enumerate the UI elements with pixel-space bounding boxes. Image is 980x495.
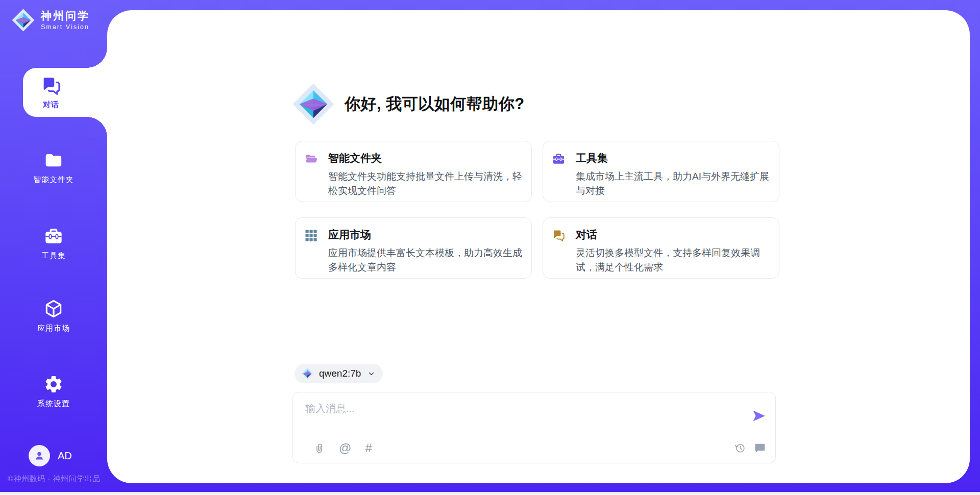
topic-button[interactable]: # [365, 442, 372, 454]
message-input[interactable] [304, 401, 740, 431]
model-selector[interactable]: qwen2:7b [295, 364, 383, 383]
card-title: 工具集 [576, 151, 772, 165]
message-composer: @ # [292, 392, 776, 463]
sidebar-item-chat[interactable]: 对话 [23, 68, 107, 117]
copyright-footer: ©神州数码 · 神州问学出品 [8, 474, 100, 484]
sidebar-item-smart-folder[interactable]: 智能文件夹 [0, 150, 107, 185]
sidebar-item-label: 工具集 [41, 251, 66, 261]
card-description: 灵活切换多模型文件，支持多样回复效果调试，满足个性化需求 [576, 246, 772, 275]
composer-divider [298, 433, 770, 433]
sidebar-item-app-market[interactable]: 应用市场 [0, 299, 107, 333]
history-icon [734, 442, 746, 454]
avatar [29, 445, 50, 466]
gear-icon [43, 374, 64, 394]
send-icon [751, 408, 767, 424]
composer-tools: @ # [313, 440, 372, 456]
model-name: qwen2:7b [319, 368, 361, 379]
folder-open-icon [304, 152, 318, 166]
composer-actions [734, 440, 766, 456]
app-grid-icon [304, 229, 318, 242]
card-toolset[interactable]: 工具集 集成市场上主流工具，助力AI与外界无缝扩展与对接 [543, 141, 779, 202]
greeting-title: 你好, 我可以如何帮助你? [345, 93, 525, 115]
card-description: 集成市场上主流工具，助力AI与外界无缝扩展与对接 [576, 169, 772, 198]
card-app-market[interactable]: 应用市场 应用市场提供丰富长文本模板，助力高效生成多样化文章内容 [295, 217, 532, 279]
attach-file-button[interactable] [313, 442, 325, 454]
mention-icon: @ [339, 442, 351, 454]
horizontal-scrollbar[interactable] [0, 492, 980, 495]
toolbox-icon [43, 226, 64, 246]
brand-logo: 神州问学 Smart Vision [11, 8, 90, 32]
sidebar-item-label: 系统设置 [37, 399, 70, 409]
main-panel: 你好, 我可以如何帮助你? 智能文件夹 智能文件夹功能支持批量文件上传与清洗，轻… [107, 10, 970, 483]
sidebar-item-label: 对话 [43, 100, 59, 110]
chat-icon [552, 229, 566, 242]
chevron-down-icon [367, 369, 376, 378]
sidebar-item-toolset[interactable]: 工具集 [0, 226, 107, 261]
chat-bubble-icon [754, 442, 766, 454]
cube-icon [43, 299, 64, 319]
card-chat[interactable]: 对话 灵活切换多模型文件，支持多样回复效果调试，满足个性化需求 [543, 217, 779, 279]
card-title: 智能文件夹 [328, 151, 524, 165]
card-title: 应用市场 [328, 228, 524, 242]
card-smart-folder[interactable]: 智能文件夹 智能文件夹功能支持批量文件上传与清洗，轻松实现文件问答 [295, 141, 532, 202]
person-icon [33, 449, 46, 462]
greeting-gem-icon [291, 82, 335, 126]
toolbox-icon [552, 152, 566, 166]
hash-icon: # [365, 442, 372, 454]
brand-gem-icon [11, 8, 35, 32]
greeting: 你好, 我可以如何帮助你? [291, 82, 525, 126]
feature-cards: 智能文件夹 智能文件夹功能支持批量文件上传与清洗，轻松实现文件问答 工具集 集成… [295, 141, 779, 279]
card-description: 应用市场提供丰富长文本模板，助力高效生成多样化文章内容 [328, 246, 524, 275]
card-title: 对话 [576, 228, 772, 242]
user-name: AD [58, 450, 72, 462]
sidebar-item-settings[interactable]: 系统设置 [0, 374, 107, 409]
brand-name-en: Smart Vision [41, 23, 90, 31]
model-gem-icon [301, 367, 314, 380]
send-button[interactable] [751, 408, 767, 424]
paperclip-icon [313, 442, 325, 454]
card-description: 智能文件夹功能支持批量文件上传与清洗，轻松实现文件问答 [328, 169, 524, 198]
history-button[interactable] [734, 442, 746, 454]
sidebar-item-label: 应用市场 [37, 324, 70, 333]
folder-icon [43, 150, 64, 170]
mention-button[interactable]: @ [339, 442, 351, 454]
user-profile[interactable]: AD [29, 445, 72, 466]
conversation-button[interactable] [754, 442, 766, 454]
chat-icon [40, 75, 62, 96]
sidebar-item-label: 智能文件夹 [33, 175, 74, 185]
brand-name-cn: 神州问学 [41, 10, 90, 22]
